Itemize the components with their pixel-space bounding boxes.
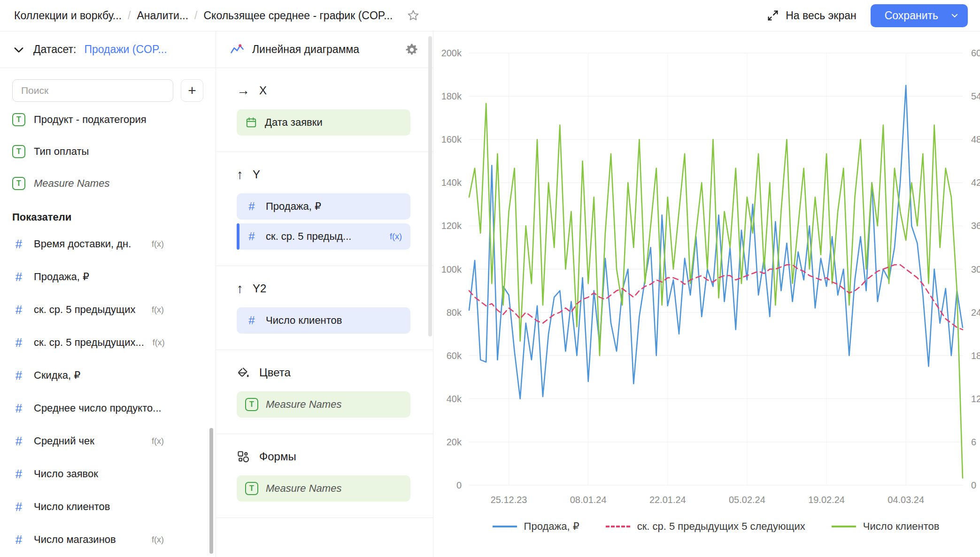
shelves-scrollbar[interactable] bbox=[428, 36, 432, 336]
arrow-up-icon: ↑ bbox=[237, 282, 243, 295]
shelf-y-label: ↑ Y bbox=[237, 168, 410, 181]
favorite-star-icon[interactable] bbox=[406, 8, 420, 23]
measure-type-icon: # bbox=[12, 401, 25, 416]
shelf-chip-clients[interactable]: # Число клиентов bbox=[237, 307, 410, 334]
legend-item-clients[interactable]: Число клиентов bbox=[832, 520, 940, 533]
shelf-chip-moving-average[interactable]: # ск. ср. 5 предыд... f(x) bbox=[237, 223, 410, 250]
shelf-chip-shapes-measure-names[interactable]: T Measure Names bbox=[237, 475, 410, 502]
fullscreen-label: На весь экран bbox=[786, 9, 857, 22]
dimension-type-icon: T bbox=[245, 398, 258, 411]
field-measure[interactable]: # ск. ср. 5 предыдущих f(x) bbox=[0, 293, 216, 326]
chart-type-label[interactable]: Линейная диаграмма bbox=[252, 43, 359, 56]
field-label: Продукт - подкатегория bbox=[34, 114, 147, 126]
field-measure[interactable]: # Число клиентов bbox=[0, 490, 216, 523]
measure-type-icon: # bbox=[12, 270, 25, 284]
shelf-chip-sales[interactable]: # Продажа, ₽ bbox=[237, 193, 410, 220]
measure-type-icon: # bbox=[245, 230, 258, 243]
gear-icon[interactable] bbox=[405, 43, 419, 57]
measure-type-icon: # bbox=[12, 434, 25, 449]
shelf-colors-label: Цвета bbox=[237, 366, 410, 379]
formula-icon: f(x) bbox=[152, 535, 164, 545]
svg-text:120k: 120k bbox=[441, 221, 462, 231]
svg-text:22.01.24: 22.01.24 bbox=[649, 495, 686, 505]
svg-text:24: 24 bbox=[971, 307, 980, 318]
field-measure[interactable]: # Число заявок bbox=[0, 458, 216, 490]
chart-panel: 25.12.2308.01.2422.01.2405.02.2419.02.24… bbox=[433, 31, 980, 557]
field-label: Продажа, ₽ bbox=[34, 271, 89, 283]
svg-text:19.02.24: 19.02.24 bbox=[808, 495, 845, 505]
legend-line-sample bbox=[832, 526, 856, 527]
svg-text:25.12.23: 25.12.23 bbox=[491, 495, 527, 505]
legend-label: Продажа, ₽ bbox=[524, 520, 579, 533]
expand-icon bbox=[766, 9, 779, 22]
legend-item-moving-average[interactable]: ск. ср. 5 предыдущих 5 следующих bbox=[606, 520, 805, 533]
field-label: Measure Names bbox=[34, 177, 109, 190]
dimension-type-icon: T bbox=[12, 177, 25, 190]
measure-type-icon: # bbox=[12, 237, 25, 252]
app-window: Коллекции и воркбу... / Аналити... / Ско… bbox=[0, 0, 980, 557]
field-dimension[interactable]: T Measure Names bbox=[0, 168, 216, 199]
svg-text:40k: 40k bbox=[447, 394, 462, 404]
chart-legend: Продажа, ₽ ск. ср. 5 предыдущих 5 следую… bbox=[469, 520, 963, 533]
calendar-icon bbox=[245, 116, 257, 129]
svg-text:180k: 180k bbox=[441, 91, 462, 101]
chip-label: Measure Names bbox=[266, 398, 341, 411]
arrow-up-icon: ↑ bbox=[237, 168, 243, 181]
svg-text:140k: 140k bbox=[441, 177, 462, 188]
field-dimension[interactable]: T Продукт - подкатегория bbox=[0, 104, 216, 136]
shelf-title: X bbox=[259, 84, 267, 97]
formula-icon: f(x) bbox=[390, 232, 402, 242]
svg-text:36: 36 bbox=[971, 221, 980, 231]
svg-text:04.03.24: 04.03.24 bbox=[887, 495, 924, 505]
line-chart-icon bbox=[230, 43, 244, 57]
save-button[interactable]: Сохранить bbox=[871, 4, 952, 27]
dataset-header: Датасет: Продажи (COP... bbox=[0, 31, 216, 68]
svg-text:54: 54 bbox=[971, 91, 980, 101]
save-dropdown-button[interactable] bbox=[941, 4, 968, 27]
breadcrumb-collections[interactable]: Коллекции и воркбу... bbox=[14, 9, 122, 22]
chevron-down-icon bbox=[950, 11, 959, 20]
shelf-chip-date[interactable]: Дата заявки bbox=[237, 109, 410, 136]
shelf-chip-colors-measure-names[interactable]: T Measure Names bbox=[237, 391, 410, 418]
measure-type-icon: # bbox=[245, 200, 258, 213]
chip-label: Measure Names bbox=[266, 482, 341, 495]
dataset-name-link[interactable]: Продажи (COP... bbox=[84, 43, 167, 56]
shelf-y: ↑ Y # Продажа, ₽ # ск. ср. 5 предыд... f… bbox=[216, 152, 433, 266]
field-measure[interactable]: # Среднее число продукто... bbox=[0, 392, 216, 425]
field-measure[interactable]: # Скидка, ₽ bbox=[0, 359, 216, 392]
field-dimension[interactable]: T Тип оплаты bbox=[0, 136, 216, 168]
field-label: Среднее число продукто... bbox=[34, 402, 162, 414]
svg-text:30: 30 bbox=[971, 264, 980, 275]
topbar-actions: На весь экран Сохранить bbox=[766, 4, 968, 27]
legend-item-sales[interactable]: Продажа, ₽ bbox=[493, 520, 579, 533]
field-measure[interactable]: # Время доставки, дн. f(x) bbox=[0, 228, 216, 260]
formula-icon: f(x) bbox=[152, 436, 164, 446]
sidebar-scrollbar[interactable] bbox=[209, 428, 213, 554]
search-input[interactable] bbox=[12, 79, 173, 102]
measure-type-icon: # bbox=[12, 336, 25, 350]
chip-label: Дата заявки bbox=[265, 116, 323, 129]
paint-bucket-icon bbox=[237, 366, 250, 379]
dimension-list: T Продукт - подкатегория T Тип оплаты T … bbox=[0, 104, 216, 199]
shelf-y2: ↑ Y2 # Число клиентов bbox=[216, 266, 433, 350]
field-measure[interactable]: # Средний чек f(x) bbox=[0, 425, 216, 458]
breadcrumb-analytics[interactable]: Аналити... bbox=[137, 9, 188, 22]
shelf-title: Цвета bbox=[259, 366, 291, 379]
add-field-button[interactable]: + bbox=[181, 79, 203, 102]
formula-icon: f(x) bbox=[152, 239, 164, 249]
svg-text:100k: 100k bbox=[441, 264, 462, 275]
chevron-down-icon[interactable] bbox=[12, 43, 25, 56]
field-measure[interactable]: # ск. ср. 5 предыдущих... f(x) bbox=[0, 326, 216, 359]
svg-text:18: 18 bbox=[971, 351, 980, 361]
line-chart[interactable]: 25.12.2308.01.2422.01.2405.02.2419.02.24… bbox=[433, 31, 980, 557]
field-measure[interactable]: # Продажа, ₽ bbox=[0, 260, 216, 293]
formula-icon: f(x) bbox=[153, 338, 165, 348]
fullscreen-button[interactable]: На весь экран bbox=[766, 9, 857, 22]
field-label: Число магазинов bbox=[34, 534, 116, 546]
field-measure[interactable]: # Число магазинов f(x) bbox=[0, 523, 216, 556]
chart-type-header: Линейная диаграмма bbox=[216, 31, 433, 68]
svg-text:160k: 160k bbox=[441, 134, 462, 145]
shelves-panel: Линейная диаграмма → X Дата заявки ↑ Y bbox=[216, 31, 433, 557]
svg-text:200k: 200k bbox=[441, 48, 462, 58]
dataset-label: Датасет: bbox=[33, 43, 76, 56]
